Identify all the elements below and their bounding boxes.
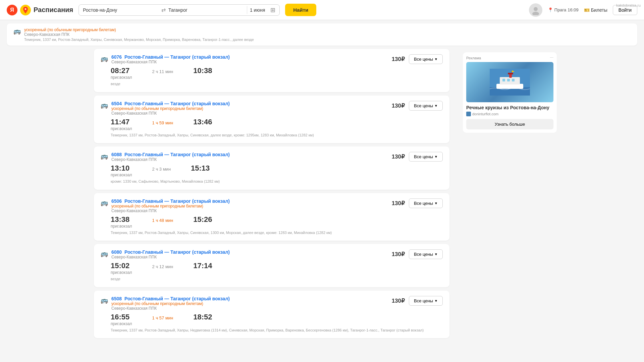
time-label: 16:09 <box>568 7 579 12</box>
train-type[interactable]: ускоренный (по обычным пригородным билет… <box>111 204 388 208</box>
train-card: 🚌 6080 Ростов-Главный — Таганрог (старый… <box>94 244 449 287</box>
train-card: 🚌 6504 Ростов-Главный — Таганрог (старый… <box>94 96 449 143</box>
duration-block: 1 ч 57 мин <box>152 315 173 320</box>
train-company: Северо-Кавказская ППК <box>111 60 388 64</box>
depart-block: 11:47 приг.вокзал <box>111 118 132 131</box>
arrive-time: 13:46 <box>193 118 212 126</box>
train-type[interactable]: ускоренный (по обычным пригородным билет… <box>111 106 388 111</box>
top-card-type[interactable]: ускоренный (по обычным пригородным билет… <box>24 27 254 32</box>
train-card: 🚌 6088 Ростов-Главный — Таганрог (старый… <box>94 146 449 190</box>
swap-icon[interactable]: ⇄ <box>161 7 166 13</box>
duration-block: 2 ч 12 мин <box>152 264 173 269</box>
train-icon-partial: 🚌 <box>13 27 21 35</box>
price-button[interactable]: Все цены ▼ <box>409 249 443 259</box>
tickets-link[interactable]: 🎫 Билеты <box>584 7 607 13</box>
duration-block: 1 ч 48 мин <box>152 218 173 223</box>
depart-block: 16:55 приг.вокзал <box>111 313 132 326</box>
to-input[interactable]: Таганрог <box>168 7 244 13</box>
price-button[interactable]: Все цены ▼ <box>409 296 443 306</box>
card-info: 6508 Ростов-Главный — Таганрог (старый в… <box>111 296 388 311</box>
maps-logo <box>20 5 31 15</box>
calendar-grid-icon[interactable]: ⊞ <box>270 6 275 14</box>
train-list: 🚌 6076 Ростов-Главный — Таганрог (старый… <box>87 49 456 342</box>
time-row: 13:38 приг.вокзал 1 ч 48 мин 15:26 <box>111 215 443 229</box>
train-type-icon: 🚌 <box>101 250 108 257</box>
stops-info: кроме: 1330 км, Сафьяново, Мартыново, Ми… <box>111 179 443 184</box>
search-bar[interactable]: Ростов-на-Дону ⇄ Таганрог 1 июня ⊞ <box>78 4 280 16</box>
ad-source-dot <box>466 112 471 116</box>
depart-station: приг.вокзал <box>111 75 132 80</box>
depart-time: 08:27 <box>111 66 132 75</box>
duration: 1 ч 48 мин <box>152 218 173 223</box>
date-input[interactable]: 1 июня <box>247 6 268 14</box>
price-button[interactable]: Все цены ▼ <box>409 54 443 64</box>
chevron-down-icon: ▼ <box>434 155 438 159</box>
time-row: 15:02 приг.вокзал 2 ч 12 мин 17:14 <box>111 261 443 275</box>
duration-block: 2 ч 3 мин <box>152 167 171 172</box>
arrive-time: 15:13 <box>191 164 210 173</box>
card-info: 6504 Ростов-Главный — Таганрог (старый в… <box>111 101 388 116</box>
price-area: 130₽ Все цены ▼ <box>392 296 443 306</box>
top-card-company: Северо-Кавказская ППК <box>24 32 254 37</box>
watermark: kakdobratsa.ru <box>616 3 641 7</box>
train-type[interactable]: ускоренный (по обычным пригородным билет… <box>111 301 388 306</box>
stops-info: Темерник, 1337 км, Ростов-Западный, Хапр… <box>111 327 443 333</box>
ad-title: Речные круизы из Ростова-на-Дону <box>466 105 553 110</box>
chevron-down-icon: ▼ <box>434 252 438 256</box>
ad-more-button[interactable]: Узнать больше <box>466 119 553 129</box>
arrive-block: 13:46 <box>193 118 212 126</box>
tickets-icon: 🎫 <box>584 7 590 13</box>
depart-station: приг.вокзал <box>111 270 132 275</box>
train-number-route[interactable]: 6088 Ростов-Главный — Таганрог (старый в… <box>111 152 388 157</box>
train-number-route[interactable]: 6080 Ростов-Главный — Таганрог (старый в… <box>111 249 388 255</box>
card-info: 6080 Ростов-Главный — Таганрог (старый в… <box>111 249 388 259</box>
duration: 1 ч 57 мин <box>152 315 173 320</box>
location-icon: 📍 <box>548 7 553 12</box>
duration-block: 1 ч 59 мин <box>152 120 173 125</box>
arrive-time: 18:52 <box>193 313 212 321</box>
price-button[interactable]: Все цены ▼ <box>409 198 443 208</box>
ad-menu-icon[interactable]: ⋯ <box>550 56 553 60</box>
price-area: 130₽ Все цены ▼ <box>392 101 443 111</box>
price: 130₽ <box>392 297 405 304</box>
from-input[interactable]: Ростов-на-Дону <box>83 7 159 13</box>
svg-point-1 <box>534 7 538 11</box>
svg-rect-5 <box>496 84 523 89</box>
train-number-route[interactable]: 6508 Ростов-Главный — Таганрог (старый в… <box>111 296 388 301</box>
train-type-icon: 🚌 <box>101 153 108 160</box>
duration: 2 ч 11 мин <box>152 69 173 74</box>
price-button[interactable]: Все цены ▼ <box>409 152 443 162</box>
top-card-stops: Темерник, 1337 км, Ростов-Западный, Хапр… <box>24 38 254 42</box>
train-type-icon: 🚌 <box>101 199 108 206</box>
train-number-route[interactable]: 6504 Ростов-Главный — Таганрог (старый в… <box>111 101 388 106</box>
arrive-block: 15:13 <box>191 164 210 173</box>
train-number-route[interactable]: 6506 Ростов-Главный — Таганрог (старый в… <box>111 198 388 204</box>
ad-source-text: doninturflot.com <box>472 112 498 116</box>
price: 130₽ <box>392 251 405 258</box>
card-top-row: 🚌 6504 Ростов-Главный — Таганрог (старый… <box>101 101 443 116</box>
card-top-row: 🚌 6080 Ростов-Главный — Таганрог (старый… <box>101 249 443 259</box>
time-row: 08:27 приг.вокзал 2 ч 11 мин 10:38 <box>111 66 443 80</box>
price-area: 130₽ Все цены ▼ <box>392 152 443 162</box>
card-top-row: 🚌 6506 Ростов-Главный — Таганрог (старый… <box>101 198 443 213</box>
search-button[interactable]: Найти <box>285 4 316 16</box>
train-number-route[interactable]: 6076 Ростов-Главный — Таганрог (старый в… <box>111 54 388 60</box>
top-partial-card: 🚌 ускоренный (по обычным пригородным бил… <box>7 23 637 46</box>
arrive-time: 15:26 <box>193 215 212 224</box>
depart-station: приг.вокзал <box>111 321 132 326</box>
arrive-block: 17:14 <box>193 261 212 270</box>
ad-image <box>466 62 553 102</box>
ad-label-row: Реклама ⋯ <box>466 56 553 60</box>
duration: 1 ч 59 мин <box>152 120 173 125</box>
train-card: 🚌 6076 Ростов-Главный — Таганрог (старый… <box>94 49 449 92</box>
stops-info: Темерник, 1337 км, Ростов-Западный, Хапр… <box>111 132 443 138</box>
chevron-down-icon: ▼ <box>434 104 438 108</box>
train-company: Северо-Кавказская ППК <box>111 255 388 259</box>
depart-station: приг.вокзал <box>111 224 132 229</box>
price-button[interactable]: Все цены ▼ <box>409 101 443 111</box>
depart-time: 11:47 <box>111 118 132 126</box>
train-card: 🚌 6506 Ростов-Главный — Таганрог (старый… <box>94 193 449 241</box>
depart-time: 15:02 <box>111 261 132 270</box>
train-company: Северо-Кавказская ППК <box>111 306 388 311</box>
svg-rect-8 <box>507 79 510 81</box>
